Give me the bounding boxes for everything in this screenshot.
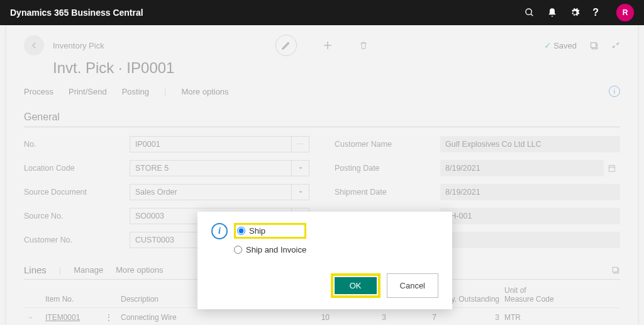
dialog-actions: OK Cancel <box>211 273 438 298</box>
avatar[interactable]: R <box>616 4 634 21</box>
option-ship-highlight: Ship <box>234 223 306 239</box>
radio-ship[interactable] <box>237 227 245 235</box>
bell-icon[interactable] <box>547 8 557 18</box>
post-dialog: i Ship Ship and Invoice OK Cancel <box>197 212 452 309</box>
ok-button[interactable]: OK <box>335 277 377 294</box>
radio-ship-invoice[interactable] <box>234 246 242 254</box>
topbar-actions: ? R <box>525 4 634 21</box>
post-options: Ship Ship and Invoice <box>234 223 306 254</box>
gear-icon[interactable] <box>570 8 580 18</box>
top-navbar: Dynamics 365 Business Central ? R <box>0 0 644 25</box>
help-icon[interactable]: ? <box>592 7 599 18</box>
option-ship[interactable]: Ship <box>237 226 265 236</box>
search-icon[interactable] <box>525 8 535 18</box>
app-title: Dynamics 365 Business Central <box>10 8 525 18</box>
ok-button-highlight: OK <box>331 273 380 298</box>
cancel-button[interactable]: Cancel <box>387 273 438 298</box>
option-ship-invoice[interactable]: Ship and Invoice <box>234 245 306 254</box>
info-icon: i <box>211 223 228 239</box>
